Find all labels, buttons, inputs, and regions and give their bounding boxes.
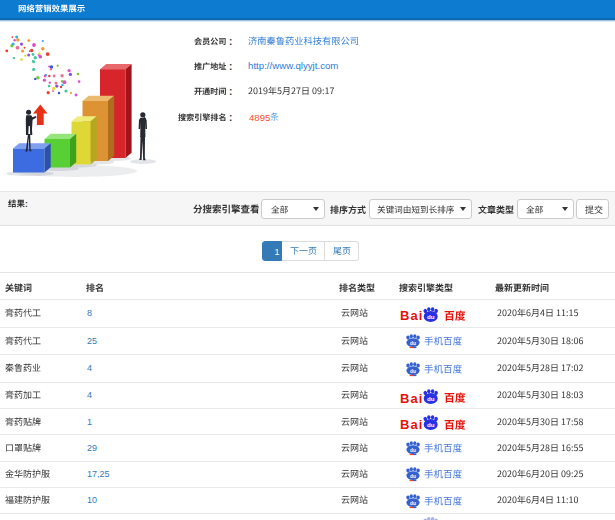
svg-text:10: 10 xyxy=(87,495,97,505)
svg-text::: : xyxy=(229,85,232,96)
svg-text:du: du xyxy=(427,312,435,319)
svg-text:du: du xyxy=(427,421,435,428)
svg-text:25: 25 xyxy=(87,335,97,345)
svg-text::: : xyxy=(229,60,232,71)
svg-text:1: 1 xyxy=(274,247,279,257)
svg-text:1: 1 xyxy=(87,416,92,426)
svg-text:4895: 4895 xyxy=(249,112,270,123)
svg-text:du: du xyxy=(410,500,416,505)
svg-text:17,25: 17,25 xyxy=(87,469,110,479)
svg-text:du: du xyxy=(410,448,416,453)
svg-text:http://www.qlyyjt.com: http://www.qlyyjt.com xyxy=(248,60,338,71)
svg-text:du: du xyxy=(427,395,435,402)
svg-text:Bai: Bai xyxy=(400,309,424,324)
svg-text::: : xyxy=(229,35,232,46)
svg-text:du: du xyxy=(410,341,416,346)
svg-text:Bai: Bai xyxy=(400,391,424,406)
svg-text:4: 4 xyxy=(87,390,92,400)
svg-text:du: du xyxy=(410,368,416,373)
svg-text:Bai: Bai xyxy=(400,417,424,432)
svg-text::: : xyxy=(229,111,232,122)
svg-text::: : xyxy=(25,199,28,209)
svg-text:4: 4 xyxy=(87,363,92,373)
svg-text:8: 8 xyxy=(87,308,92,318)
svg-text:29: 29 xyxy=(87,442,97,452)
svg-text:du: du xyxy=(410,474,416,479)
